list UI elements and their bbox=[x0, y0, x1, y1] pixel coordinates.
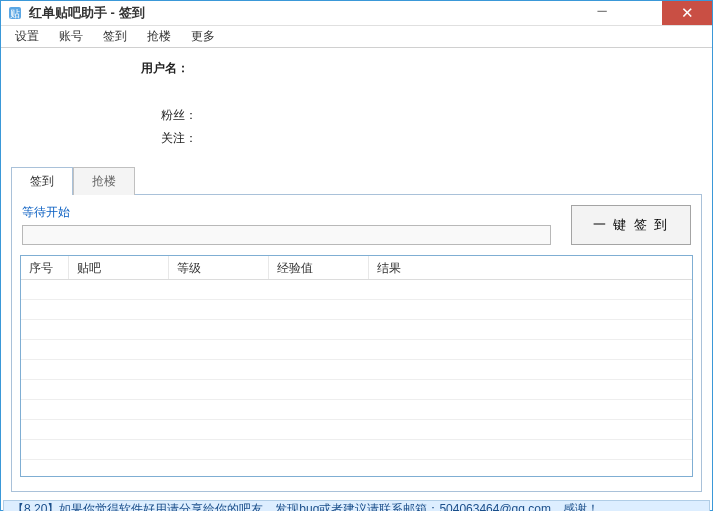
username-label: 用户名： bbox=[141, 60, 189, 77]
table-header: 序号 贴吧 等级 经验值 结果 bbox=[21, 256, 692, 280]
svg-text:贴: 贴 bbox=[10, 8, 20, 19]
close-button[interactable]: ✕ bbox=[662, 1, 712, 25]
following-label: 关注： bbox=[161, 130, 197, 147]
table-row bbox=[21, 340, 692, 360]
window-controls: ✕ bbox=[582, 1, 712, 25]
col-exp[interactable]: 经验值 bbox=[269, 256, 369, 279]
menu-signin[interactable]: 签到 bbox=[97, 26, 133, 47]
fans-label: 粉丝： bbox=[161, 107, 197, 124]
menu-more[interactable]: 更多 bbox=[185, 26, 221, 47]
table-row bbox=[21, 440, 692, 460]
statusbar-text: 【8.20】如果你觉得软件好用请分享给你的吧友，发现bug或者建议请联系邮箱：5… bbox=[12, 501, 599, 511]
status-text: 等待开始 bbox=[22, 205, 70, 219]
table-row bbox=[21, 400, 692, 420]
one-click-signin-button[interactable]: 一 键 签 到 bbox=[571, 205, 691, 245]
user-info-panel: 用户名： 粉丝： 关注： bbox=[11, 54, 702, 167]
content-area: 用户名： 粉丝： 关注： 签到 抢楼 等待开始 bbox=[1, 48, 712, 498]
tab-panel-signin: 等待开始 一 键 签 到 序号 贴吧 等级 经验值 结果 bbox=[11, 194, 702, 492]
table-row bbox=[21, 460, 692, 476]
table-row bbox=[21, 280, 692, 300]
tab-qianglou[interactable]: 抢楼 bbox=[73, 167, 135, 195]
table-row bbox=[21, 420, 692, 440]
col-seq[interactable]: 序号 bbox=[21, 256, 69, 279]
titlebar: 贴 红单贴吧助手 - 签到 ✕ bbox=[1, 1, 712, 26]
tabs: 签到 抢楼 bbox=[11, 167, 702, 195]
maximize-button[interactable] bbox=[622, 1, 662, 25]
results-table: 序号 贴吧 等级 经验值 结果 bbox=[20, 255, 693, 477]
statusbar: 【8.20】如果你觉得软件好用请分享给你的吧友，发现bug或者建议请联系邮箱：5… bbox=[3, 500, 710, 511]
menu-qianglou[interactable]: 抢楼 bbox=[141, 26, 177, 47]
table-row bbox=[21, 320, 692, 340]
progress-bar bbox=[22, 225, 551, 245]
table-row bbox=[21, 300, 692, 320]
table-body bbox=[21, 280, 692, 476]
table-row bbox=[21, 380, 692, 400]
app-icon: 贴 bbox=[7, 5, 23, 21]
tab-signin[interactable]: 签到 bbox=[11, 167, 73, 195]
app-window: 贴 红单贴吧助手 - 签到 ✕ 设置 账号 签到 抢楼 更多 用户名： 粉丝： bbox=[0, 0, 713, 511]
col-result[interactable]: 结果 bbox=[369, 256, 692, 279]
menu-settings[interactable]: 设置 bbox=[9, 26, 45, 47]
menubar: 设置 账号 签到 抢楼 更多 bbox=[1, 26, 712, 48]
col-tieba[interactable]: 贴吧 bbox=[69, 256, 169, 279]
minimize-button[interactable] bbox=[582, 1, 622, 25]
col-level[interactable]: 等级 bbox=[169, 256, 269, 279]
menu-account[interactable]: 账号 bbox=[53, 26, 89, 47]
table-row bbox=[21, 360, 692, 380]
window-title: 红单贴吧助手 - 签到 bbox=[29, 4, 145, 22]
